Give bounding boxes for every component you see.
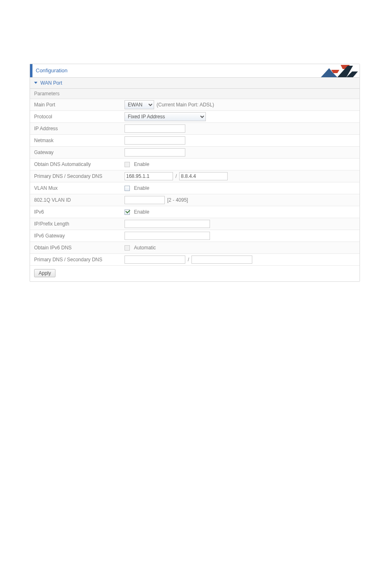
main-port-select[interactable]: EWAN bbox=[125, 100, 154, 109]
row-ipv6-dns: Primary DNS / Secondary DNS / bbox=[30, 254, 360, 266]
row-ip-address: IP Address bbox=[30, 123, 360, 135]
label-main-port: Main Port bbox=[34, 102, 125, 108]
vlan-mux-checkbox-label: Enable bbox=[134, 185, 149, 191]
apply-button[interactable]: Apply bbox=[34, 269, 55, 277]
chevron-down-icon bbox=[34, 82, 37, 84]
label-dns: Primary DNS / Secondary DNS bbox=[34, 173, 125, 179]
obtain-dns-auto-checkbox-label: Enable bbox=[134, 161, 149, 167]
row-ipv6: IPv6 Enable bbox=[30, 206, 360, 218]
ipv6-dns-separator: / bbox=[188, 257, 189, 262]
vlan-id-input[interactable] bbox=[125, 196, 165, 204]
section-title[interactable]: WAN Port bbox=[30, 78, 360, 89]
row-protocol: Protocol Fixed IP Address bbox=[30, 111, 360, 123]
row-obtain-dns-auto: Obtain DNS Automatically Enable bbox=[30, 159, 360, 170]
ipv6-checkbox[interactable] bbox=[125, 210, 130, 215]
label-ipv6-dns: Primary DNS / Secondary DNS bbox=[34, 257, 125, 262]
panel-header: Configuration bbox=[30, 64, 360, 78]
label-ipv6: IPv6 bbox=[34, 209, 125, 215]
page: Configuration WAN Port Parameters Main P… bbox=[0, 0, 392, 571]
row-gateway: Gateway bbox=[30, 147, 360, 159]
row-netmask: Netmask bbox=[30, 135, 360, 147]
label-gateway: Gateway bbox=[34, 150, 125, 155]
protocol-select[interactable]: Fixed IP Address bbox=[125, 112, 206, 121]
dns-separator: / bbox=[175, 173, 177, 179]
label-obtain-ipv6-dns: Obtain IPv6 DNS bbox=[34, 245, 125, 251]
logo-icon bbox=[309, 65, 358, 77]
label-ip-prefix-length: IP/Prefix Length bbox=[34, 221, 125, 227]
vlan-mux-checkbox[interactable] bbox=[125, 186, 130, 191]
ipv6-checkbox-label: Enable bbox=[134, 209, 149, 215]
panel-title: Configuration bbox=[36, 67, 67, 74]
ipv6-gateway-input[interactable] bbox=[125, 232, 210, 240]
secondary-dns-input[interactable] bbox=[179, 172, 228, 180]
header-accent bbox=[30, 64, 32, 77]
label-ipv6-gateway: IPv6 Gateway bbox=[34, 233, 125, 239]
netmask-input[interactable] bbox=[125, 136, 185, 145]
vlan-id-hint: [2 - 4095] bbox=[167, 197, 188, 203]
config-panel: Configuration WAN Port Parameters Main P… bbox=[30, 64, 360, 282]
ip-address-input[interactable] bbox=[125, 124, 185, 133]
row-dns: Primary DNS / Secondary DNS / bbox=[30, 170, 360, 182]
obtain-dns-auto-checkbox[interactable] bbox=[125, 162, 130, 167]
label-vlan-mux: VLAN Mux bbox=[34, 185, 125, 191]
row-ipv6-gateway: IPv6 Gateway bbox=[30, 230, 360, 242]
label-netmask: Netmask bbox=[34, 138, 125, 143]
primary-dns-input[interactable] bbox=[125, 172, 173, 180]
gateway-input[interactable] bbox=[125, 148, 185, 157]
ip-prefix-length-input[interactable] bbox=[125, 220, 210, 228]
row-vlan-mux: VLAN Mux Enable bbox=[30, 182, 360, 194]
obtain-ipv6-dns-checkbox-label: Automatic bbox=[134, 245, 156, 251]
label-obtain-dns-auto: Obtain DNS Automatically bbox=[34, 161, 125, 167]
brand-logo bbox=[309, 65, 358, 77]
apply-row: Apply bbox=[30, 266, 360, 281]
row-obtain-ipv6-dns: Obtain IPv6 DNS Automatic bbox=[30, 242, 360, 254]
row-main-port: Main Port EWAN (Current Main Port: ADSL) bbox=[30, 99, 360, 111]
section-title-text: WAN Port bbox=[40, 80, 62, 86]
ipv6-secondary-dns-input[interactable] bbox=[191, 256, 252, 264]
label-ip-address: IP Address bbox=[34, 126, 125, 131]
obtain-ipv6-dns-checkbox[interactable] bbox=[125, 245, 130, 251]
ipv6-primary-dns-input[interactable] bbox=[125, 256, 185, 264]
row-ip-prefix-length: IP/Prefix Length bbox=[30, 218, 360, 230]
main-port-note: (Current Main Port: ADSL) bbox=[157, 102, 214, 108]
section-subtitle: Parameters bbox=[30, 89, 360, 99]
row-vlan-id: 802.1Q VLAN ID [2 - 4095] bbox=[30, 194, 360, 206]
label-vlan-id: 802.1Q VLAN ID bbox=[34, 197, 125, 203]
label-protocol: Protocol bbox=[34, 114, 125, 120]
